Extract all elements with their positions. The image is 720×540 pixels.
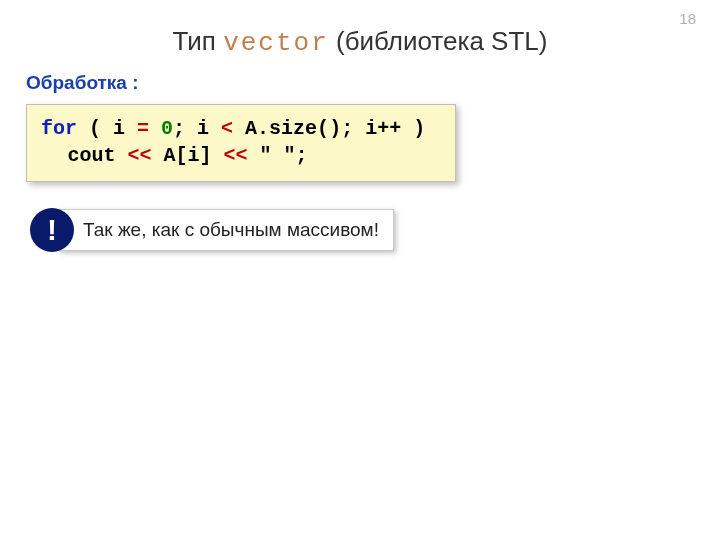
- code-text: A.size(); i++ ): [233, 117, 425, 140]
- code-op: <<: [223, 144, 247, 167]
- code-block: for ( i = 0; i < A.size(); i++ ) cout <<…: [26, 104, 456, 182]
- title-mono: vector: [223, 28, 329, 58]
- note-row: ! Так же, как с обычным массивом!: [30, 208, 720, 252]
- slide-title: Тип vector (библиотека STL): [0, 26, 720, 58]
- code-zero: 0: [161, 117, 173, 140]
- note-box: Так же, как с обычным массивом!: [58, 209, 394, 251]
- title-pre: Тип: [173, 26, 224, 56]
- code-op: <<: [127, 144, 151, 167]
- code-text: A[i]: [151, 144, 223, 167]
- title-post: (библиотека STL): [329, 26, 548, 56]
- code-lt: <: [221, 117, 233, 140]
- code-text: [149, 117, 161, 140]
- code-eq: =: [137, 117, 149, 140]
- exclamation-icon: !: [30, 208, 74, 252]
- code-text: cout: [67, 144, 127, 167]
- code-text: " ";: [247, 144, 307, 167]
- keyword-for: for: [41, 117, 77, 140]
- code-line-2: cout << A[i] << " ";: [41, 142, 441, 169]
- code-text: ( i: [77, 117, 137, 140]
- section-label: Обработка :: [26, 72, 720, 94]
- code-line-1: for ( i = 0; i < A.size(); i++ ): [41, 115, 441, 142]
- code-text: ; i: [173, 117, 221, 140]
- page-number: 18: [679, 10, 696, 27]
